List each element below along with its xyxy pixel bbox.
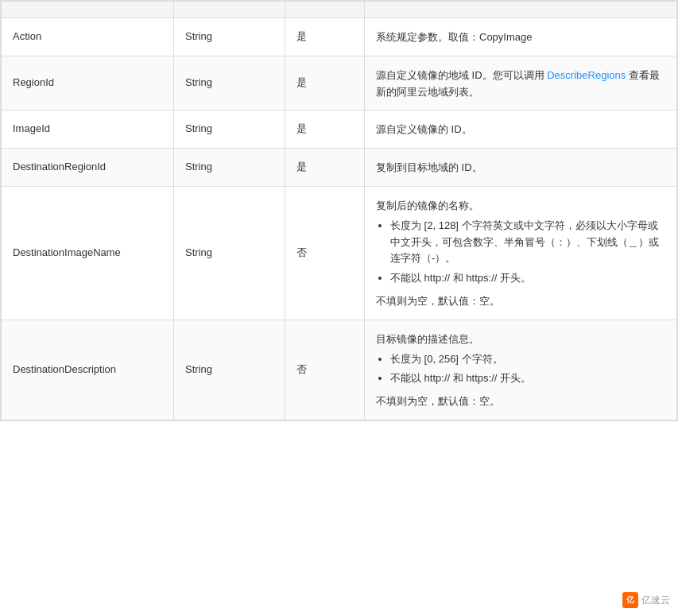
cell-name: RegionId (2, 56, 174, 110)
desc-text: 源自定义镜像的 ID。 (376, 122, 665, 138)
desc-extra: 不填则为空，默认值：空。 (376, 393, 665, 410)
table-row: DestinationImageNameString否复制后的镜像的名称。长度为… (2, 186, 677, 320)
desc-text: 复制后的镜像的名称。 (376, 198, 665, 215)
cell-description: 系统规定参数。取值：CopyImage (365, 18, 677, 56)
cell-name: ImageId (2, 110, 174, 149)
cell-required: 是 (285, 18, 365, 56)
cell-required: 是 (285, 110, 365, 149)
desc-text: 系统规定参数。取值：CopyImage (376, 29, 665, 46)
header-required (285, 2, 365, 18)
table-row: ImageIdString是源自定义镜像的 ID。 (2, 110, 677, 149)
header-type (174, 2, 285, 18)
cell-name: DestinationRegionId (2, 149, 174, 187)
desc-list-item: 不能以 http:// 和 https:// 开头。 (390, 370, 665, 387)
table-row: ActionString是系统规定参数。取值：CopyImage (2, 18, 677, 56)
cell-name: Action (2, 18, 174, 56)
table-body: ActionString是系统规定参数。取值：CopyImageRegionId… (2, 18, 677, 420)
desc-list: 长度为 [0, 256] 个字符。不能以 http:// 和 https:// … (376, 351, 665, 388)
header-description (365, 2, 677, 18)
cell-name: DestinationDescription (2, 320, 174, 420)
table-row: RegionIdString是源自定义镜像的地域 ID。您可以调用 Descri… (2, 56, 677, 110)
desc-list-item: 长度为 [2, 128] 个字符英文或中文字符，必须以大小字母或中文开头，可包含… (390, 218, 665, 267)
api-parameters-table: ActionString是系统规定参数。取值：CopyImageRegionId… (0, 0, 678, 421)
desc-text: 目标镜像的描述信息。 (376, 331, 665, 348)
cell-description: 复制到目标地域的 ID。 (365, 149, 677, 187)
cell-type: String (174, 186, 285, 320)
cell-type: String (174, 56, 285, 110)
cell-name: DestinationImageName (2, 186, 174, 320)
cell-required: 是 (285, 149, 365, 187)
desc-text: 源自定义镜像的地域 ID。您可以调用 DescribeRegions 查看最新的… (376, 68, 665, 101)
desc-list-item: 不能以 http:// 和 https:// 开头。 (390, 270, 665, 287)
cell-type: String (174, 110, 285, 149)
table-row: DestinationRegionIdString是复制到目标地域的 ID。 (2, 149, 677, 187)
cell-description: 目标镜像的描述信息。长度为 [0, 256] 个字符。不能以 http:// 和… (365, 320, 677, 420)
table-header-row (2, 2, 677, 18)
cell-required: 否 (285, 320, 365, 420)
cell-description: 源自定义镜像的地域 ID。您可以调用 DescribeRegions 查看最新的… (365, 56, 677, 110)
desc-extra: 不填则为空，默认值：空。 (376, 293, 665, 310)
cell-type: String (174, 320, 285, 420)
cell-description: 复制后的镜像的名称。长度为 [2, 128] 个字符英文或中文字符，必须以大小字… (365, 186, 677, 320)
desc-link[interactable]: DescribeRegions (547, 69, 626, 81)
cell-type: String (174, 149, 285, 187)
cell-description: 源自定义镜像的 ID。 (365, 110, 677, 149)
cell-type: String (174, 18, 285, 56)
cell-required: 是 (285, 56, 365, 110)
cell-required: 否 (285, 186, 365, 320)
desc-list-item: 长度为 [0, 256] 个字符。 (390, 351, 665, 368)
table-row: DestinationDescriptionString否目标镜像的描述信息。长… (2, 320, 677, 420)
desc-list: 长度为 [2, 128] 个字符英文或中文字符，必须以大小字母或中文开头，可包含… (376, 218, 665, 287)
desc-text: 复制到目标地域的 ID。 (376, 160, 665, 176)
header-name (2, 2, 174, 18)
